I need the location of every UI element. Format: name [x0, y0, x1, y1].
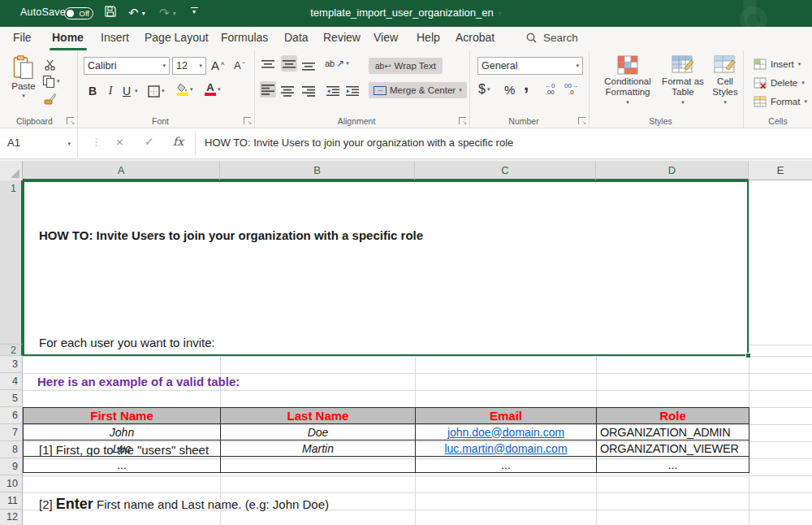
- borders-button[interactable]: ▾: [148, 83, 165, 99]
- middle-align-button[interactable]: [281, 55, 297, 72]
- bottom-align-button[interactable]: [302, 57, 315, 73]
- decrease-decimal-button[interactable]: 00→ .0: [564, 81, 578, 98]
- cancel-icon[interactable]: ×: [116, 135, 123, 149]
- row-header-7[interactable]: 7: [0, 424, 23, 441]
- cell-role[interactable]: ORGANIZATION_VIEWER: [597, 440, 749, 457]
- font-name-combo[interactable]: Calibri ▾: [84, 57, 170, 75]
- cell-email[interactable]: ...: [416, 457, 597, 473]
- document-title[interactable]: template_import_user_organization_en: [310, 7, 493, 19]
- tab-help[interactable]: Help: [417, 31, 440, 44]
- document-title-container[interactable]: template_import_user_organization_en▾: [0, 7, 812, 19]
- cell-role[interactable]: ORGANIZATION_ADMIN: [597, 424, 749, 440]
- title-dropdown-caret[interactable]: ▾: [499, 10, 502, 17]
- name-box-caret[interactable]: ▾: [67, 141, 71, 147]
- tab-page-layout[interactable]: Page Layout: [145, 31, 209, 44]
- cell-email[interactable]: luc.martin@domain.com: [416, 440, 597, 457]
- paste-dropdown-caret[interactable]: ▾: [22, 93, 25, 99]
- font-dialog-launcher[interactable]: ↘: [244, 117, 251, 124]
- select-all-button[interactable]: [0, 161, 23, 180]
- row-header-2[interactable]: 2: [0, 345, 23, 356]
- top-align-button[interactable]: [261, 57, 274, 73]
- align-right-button[interactable]: [302, 83, 315, 99]
- table-header-first-name[interactable]: First Name: [24, 408, 221, 424]
- decrease-indent-button[interactable]: [326, 83, 339, 99]
- align-center-button[interactable]: [281, 83, 294, 99]
- row-header-5[interactable]: 5: [0, 390, 23, 407]
- alignment-dialog-launcher[interactable]: ↘: [459, 117, 466, 124]
- row-header-12[interactable]: 12: [0, 510, 23, 525]
- row-header-1[interactable]: 1: [0, 180, 23, 345]
- row-header-9[interactable]: 9: [0, 458, 23, 475]
- row-header-10[interactable]: 10: [0, 475, 23, 492]
- decrease-font-size-button[interactable]: Aˇ: [234, 57, 245, 73]
- number-format-caret[interactable]: ▾: [576, 63, 579, 69]
- column-header-c[interactable]: C: [415, 161, 596, 180]
- row-header-8[interactable]: 8: [0, 441, 23, 458]
- fill-color-button[interactable]: ▾: [177, 81, 193, 98]
- bold-button[interactable]: B: [86, 83, 99, 99]
- cut-button[interactable]: [44, 57, 56, 73]
- font-color-button[interactable]: A ▾: [205, 81, 221, 98]
- column-header-d[interactable]: D: [596, 161, 749, 180]
- tab-insert[interactable]: Insert: [101, 31, 129, 44]
- table-header-role[interactable]: Role: [597, 408, 749, 424]
- clipboard-dialog-launcher[interactable]: ↘: [67, 117, 74, 124]
- conditional-formatting-button[interactable]: Conditional Formatting ▾: [599, 55, 656, 106]
- email-link[interactable]: john.doe@domain.com: [447, 426, 564, 439]
- format-painter-button[interactable]: [44, 91, 57, 107]
- wrap-text-button[interactable]: ab↩ Wrap Text: [369, 58, 443, 74]
- table-header-last-name[interactable]: Last Name: [221, 408, 416, 424]
- delete-cells-caret[interactable]: ▾: [801, 80, 805, 86]
- cell-styles-caret[interactable]: ▾: [723, 99, 727, 106]
- merge-center-button[interactable]: ↔ Merge & Center ▾: [369, 82, 467, 98]
- italic-button[interactable]: I: [104, 83, 117, 99]
- font-color-caret[interactable]: ▾: [218, 86, 221, 93]
- underline-caret[interactable]: ▾: [135, 88, 138, 94]
- accounting-caret[interactable]: ▾: [487, 86, 490, 93]
- enter-check-icon[interactable]: ✓: [145, 135, 154, 148]
- row-header-6[interactable]: 6: [0, 407, 23, 424]
- conditional-formatting-caret[interactable]: ▾: [626, 99, 629, 106]
- align-left-button[interactable]: [260, 81, 276, 98]
- table-header-email[interactable]: Email: [416, 408, 597, 424]
- merge-center-caret[interactable]: ▾: [459, 87, 462, 93]
- fill-color-caret[interactable]: ▾: [190, 86, 193, 93]
- cell-last-name[interactable]: Doe: [221, 424, 416, 440]
- column-header-a[interactable]: A: [23, 161, 220, 180]
- font-size-caret[interactable]: ▾: [199, 63, 202, 69]
- number-format-combo[interactable]: General ▾: [477, 57, 583, 75]
- underline-button[interactable]: U ▾: [120, 83, 138, 99]
- orientation-button[interactable]: ab ↗ ▾: [325, 55, 349, 72]
- format-as-table-button[interactable]: Format as Table ▾: [659, 55, 706, 106]
- format-cells-button[interactable]: Format ▾: [754, 93, 807, 110]
- name-box[interactable]: A1 ▾: [0, 128, 78, 158]
- tab-acrobat[interactable]: Acrobat: [456, 31, 495, 44]
- cell-last-name[interactable]: [221, 457, 416, 473]
- number-dialog-launcher[interactable]: ↘: [578, 117, 585, 124]
- cell-first-name[interactable]: Luc: [24, 440, 221, 457]
- orientation-caret[interactable]: ▾: [346, 60, 349, 67]
- tab-home[interactable]: Home: [52, 31, 84, 44]
- tab-data[interactable]: Data: [284, 31, 309, 44]
- tab-review[interactable]: Review: [323, 31, 361, 44]
- tab-file[interactable]: File: [13, 31, 32, 44]
- comma-style-button[interactable]: ,: [524, 76, 529, 93]
- font-size-combo[interactable]: 12 ▾: [172, 57, 206, 75]
- insert-function-icon[interactable]: fx: [173, 135, 184, 148]
- increase-indent-button[interactable]: [346, 83, 359, 99]
- font-name-caret[interactable]: ▾: [162, 63, 166, 69]
- delete-cells-button[interactable]: Delete ▾: [754, 75, 805, 91]
- email-link[interactable]: luc.martin@domain.com: [444, 442, 567, 455]
- copy-dropdown-caret[interactable]: ▾: [57, 78, 60, 85]
- tab-formulas[interactable]: Formulas: [221, 31, 268, 44]
- row-header-11[interactable]: 11: [0, 492, 23, 510]
- merged-instruction-cell[interactable]: HOW TO: Invite Users to join your organi…: [23, 180, 749, 356]
- increase-decimal-button[interactable]: ←0 .00: [545, 81, 555, 98]
- percent-style-button[interactable]: %: [504, 81, 515, 98]
- insert-cells-button[interactable]: Insert ▾: [754, 56, 801, 72]
- column-header-b[interactable]: B: [220, 161, 415, 180]
- cell-first-name[interactable]: ...: [24, 457, 221, 473]
- cell-last-name[interactable]: Martin: [221, 440, 416, 457]
- search-box[interactable]: Search: [526, 32, 578, 44]
- selection-fill-handle[interactable]: [745, 353, 751, 358]
